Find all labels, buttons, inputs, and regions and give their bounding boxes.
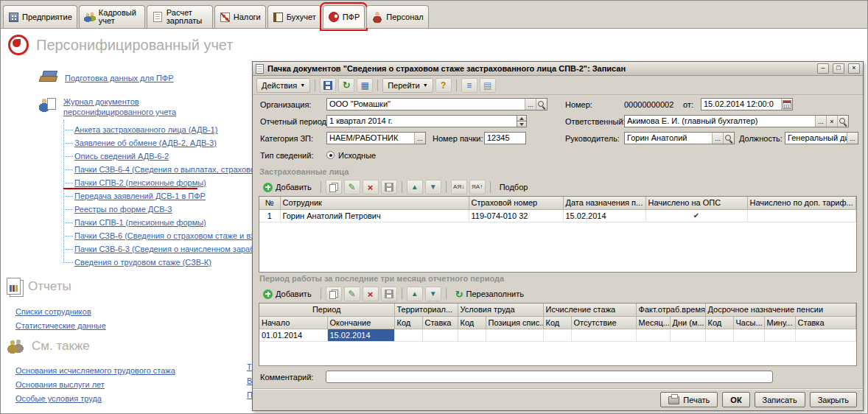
refresh-button[interactable]: ↻	[338, 78, 354, 93]
cell[interactable]	[670, 329, 705, 341]
link-seniority-basis[interactable]: Основания выслуги лет	[15, 378, 175, 392]
select-button[interactable]: ...	[525, 99, 536, 110]
link-szv-k[interactable]: Сведения о трудовом стаже (СЗВ-К)	[74, 258, 211, 267]
link-dsv-1[interactable]: Передача заявлений ДСВ-1 в ПФР	[74, 192, 206, 200]
cell[interactable]	[795, 329, 855, 341]
tab-payroll[interactable]: Расчет зарплаты	[147, 5, 213, 28]
sort-asc-button[interactable]: АЯ↓	[451, 180, 467, 194]
link-adv1[interactable]: Анкета застрахованного лица (АДВ-1)	[74, 125, 217, 134]
cell[interactable]	[458, 329, 486, 341]
column-header[interactable]: Ставка	[795, 316, 855, 329]
goto-button[interactable]: Перейти ▼	[382, 78, 433, 93]
help-button[interactable]: ?	[435, 78, 452, 93]
group-column-header[interactable]: Территориал...	[394, 304, 458, 316]
copy-row-button[interactable]	[326, 180, 342, 194]
cell[interactable]	[486, 329, 543, 341]
actions-button[interactable]: Действия ▼	[256, 78, 310, 93]
column-header[interactable]: Код	[458, 316, 486, 329]
move-down-button[interactable]: ▼	[425, 287, 441, 301]
column-header[interactable]: Дни (м...	[670, 316, 705, 329]
edit-row-button[interactable]: ✎	[344, 180, 360, 194]
link-data-preparation[interactable]: Подготовка данных для ПФР	[65, 74, 174, 83]
select-button[interactable]: ...	[414, 133, 425, 144]
column-header[interactable]: Код	[705, 316, 733, 329]
info-type-option[interactable]: Исходные	[338, 151, 376, 160]
number-value[interactable]: 00000000002	[624, 100, 673, 109]
select-button[interactable]: ...	[847, 133, 858, 144]
period-spinner[interactable]	[517, 116, 526, 127]
cell[interactable]	[705, 329, 733, 341]
period-end-cell-selected[interactable]: 15.02.2014	[327, 329, 394, 341]
minimize-icon[interactable]: –	[817, 63, 829, 74]
column-header[interactable]: Дата назначения п...	[563, 197, 645, 209]
select-button[interactable]: ...	[712, 133, 723, 144]
date-field[interactable]: 15.02.2014 12:00:0	[701, 98, 793, 110]
column-header[interactable]: Мину...	[764, 316, 795, 329]
category-field[interactable]: НАЕМ/РАБОТНИК ...	[326, 132, 426, 144]
link-document-journal[interactable]: Журнал документов персонифицированного у…	[63, 97, 193, 117]
period-start-cell[interactable]: 01.01.2014	[259, 329, 327, 341]
link-adv2-3[interactable]: Заявление об обмене (АДВ-2, АДВ-3)	[74, 138, 217, 147]
dialog-titlebar[interactable]: Пачка документов "Сведения о страховом с…	[253, 62, 863, 76]
group-column-header[interactable]: Факт.отраб.время	[636, 304, 705, 316]
column-header[interactable]: Часы...	[733, 316, 764, 329]
column-header[interactable]: №	[259, 197, 280, 209]
table-row[interactable]: 01.01.2014 15.02.2014	[259, 329, 856, 341]
close-button[interactable]: Закрыть	[810, 392, 857, 407]
tab-taxes[interactable]: Налоги	[214, 5, 266, 28]
search-button[interactable]	[536, 99, 547, 110]
cell[interactable]	[636, 329, 670, 341]
comment-field[interactable]	[326, 371, 773, 383]
ok-button[interactable]: ОК	[722, 392, 749, 407]
column-header[interactable]: Начислено на ОПС	[645, 197, 747, 209]
close-icon[interactable]: ×	[848, 63, 860, 74]
pack-number-field[interactable]: 12345	[484, 132, 526, 144]
date-cell[interactable]: 15.02.2014	[563, 209, 645, 222]
cell[interactable]	[543, 329, 571, 341]
responsible-field[interactable]: Акимова Е. И. (главный бухгалтер) ... ×	[624, 115, 849, 127]
column-header[interactable]: Код	[394, 316, 422, 329]
group-column-header[interactable]: Период	[259, 304, 394, 316]
organization-field[interactable]: ООО "Ромашки" ...	[326, 98, 547, 110]
row-number-cell[interactable]: 1	[259, 209, 280, 222]
group-column-header[interactable]: Досрочное назначение пенсии	[705, 304, 855, 316]
clear-button[interactable]: ×	[826, 116, 837, 127]
insurance-number-cell[interactable]: 119-074-010 32	[469, 209, 563, 222]
column-header[interactable]: Код	[543, 316, 571, 329]
delete-row-button[interactable]: ×	[363, 287, 379, 301]
maximize-icon[interactable]: □	[833, 63, 844, 74]
table-row[interactable]: 1 Горин Анатолий Петрович 119-074-010 32…	[259, 209, 856, 222]
tab-hr[interactable]: Кадровый учет	[79, 5, 145, 28]
link-service-basis[interactable]: Основания исчисляемого трудового стажа	[15, 364, 175, 378]
link-spv-2[interactable]: Пачки СПВ-2 (пенсионные формы)	[74, 178, 206, 187]
add-row-button[interactable]: Добавить	[259, 287, 316, 301]
column-header[interactable]: Позиция спис...	[486, 316, 543, 329]
report-period-field[interactable]: 1 квартал 2014 г.	[326, 115, 527, 127]
edit-row-button[interactable]: ✎	[344, 287, 360, 301]
list-settings-button[interactable]: ▤	[480, 78, 496, 93]
column-header[interactable]: Отсутствие	[571, 316, 636, 329]
info-type-radio[interactable]	[326, 151, 335, 159]
end-edit-button[interactable]	[381, 287, 397, 301]
link-truncated-1[interactable]: Т	[247, 362, 252, 371]
cell[interactable]	[764, 329, 795, 341]
tab-enterprise[interactable]: Предприятие	[3, 5, 77, 28]
posting-button[interactable]: ▦	[357, 78, 373, 93]
link-employee-lists[interactable]: Списки сотрудников	[15, 305, 106, 319]
link-statistics[interactable]: Статистические данные	[15, 319, 106, 333]
copy-row-button[interactable]	[326, 287, 342, 301]
position-field[interactable]: Генеральный дирек ...	[785, 132, 858, 144]
column-header[interactable]: Окончание	[327, 316, 394, 329]
print-button[interactable]: Печать	[660, 392, 718, 407]
spin-up-icon[interactable]	[517, 116, 526, 121]
refill-button[interactable]: ↻ Перезаполнить	[451, 287, 528, 301]
link-spv-1[interactable]: Пачки СПВ-1 (пенсионные формы)	[74, 218, 206, 227]
tab-personnel[interactable]: Персонал	[366, 5, 429, 28]
calendar-button[interactable]	[781, 99, 792, 110]
link-szv-6-3[interactable]: Пачки СЗВ-6-3 (Сведения о начисленном за…	[74, 245, 259, 253]
link-szv-6-4[interactable]: Пачки СЗВ-6-4 (Сведения о выплатах, стра…	[74, 165, 260, 174]
group-column-header[interactable]: Исчисление стажа	[543, 304, 636, 316]
cell[interactable]	[571, 329, 636, 341]
add-row-button[interactable]: Добавить	[259, 180, 316, 194]
column-header[interactable]: Страховой номер	[469, 197, 563, 209]
